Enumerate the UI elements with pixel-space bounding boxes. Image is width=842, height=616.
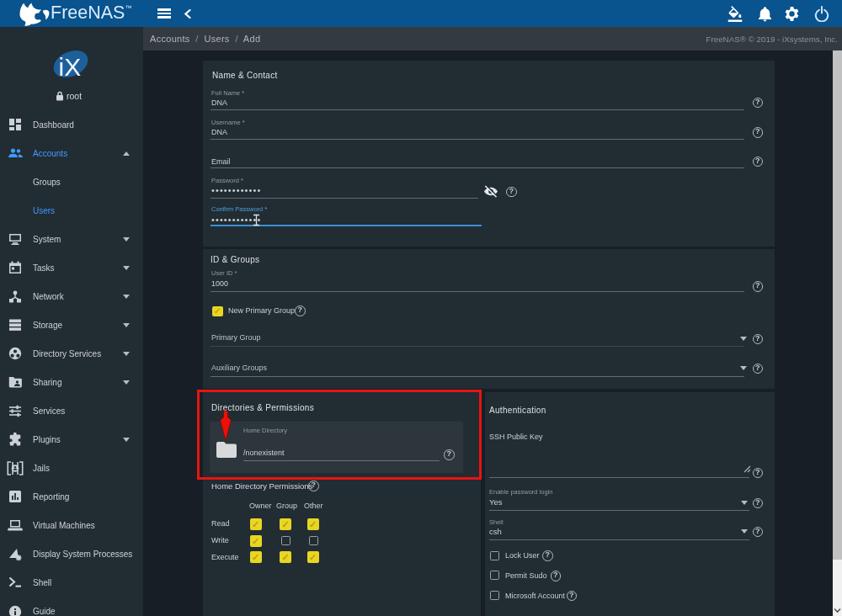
svg-text:iX: iX bbox=[59, 53, 82, 81]
